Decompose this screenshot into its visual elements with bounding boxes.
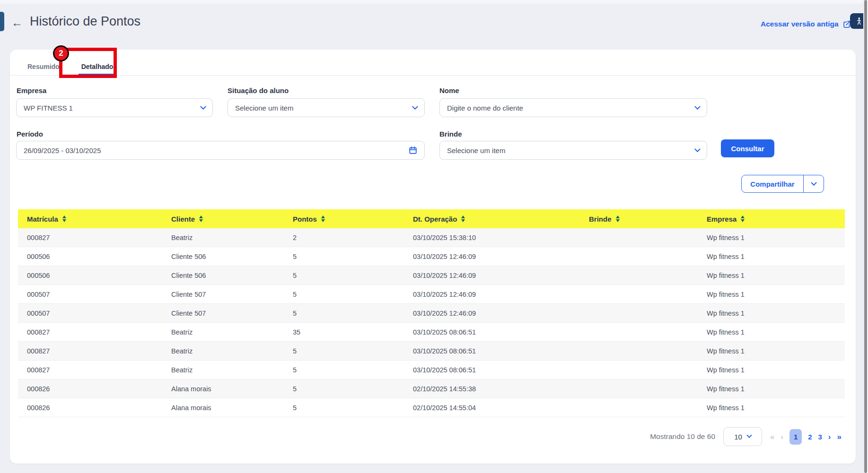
tab-resumido[interactable]: Resumido xyxy=(25,60,62,75)
table-cell: 02/10/2025 14:55:38 xyxy=(404,385,580,393)
table-cell: Cliente 506 xyxy=(162,272,284,279)
situacao-select-placeholder: Selecione um item xyxy=(235,104,293,112)
page-size-value: 10 xyxy=(734,433,742,441)
page-button-1[interactable]: 1 xyxy=(789,429,802,445)
chevron-down-icon xyxy=(694,146,701,152)
table-row: 000506Cliente 506503/10/2025 12:46:09Wp … xyxy=(18,266,845,285)
table-cell: Beatriz xyxy=(162,347,284,355)
brinde-label: Brinde xyxy=(439,130,462,138)
table-cell: 000827 xyxy=(18,347,162,355)
table-row: 000826Alana morais502/10/2025 14:55:38Wp… xyxy=(18,379,845,398)
table-cell: Beatriz xyxy=(162,366,284,374)
page-button-2[interactable]: 2 xyxy=(808,433,812,441)
table-row: 000827Beatriz503/10/2025 08:06:51Wp fitn… xyxy=(18,361,845,379)
column-header-brinde[interactable]: Brinde xyxy=(580,215,698,223)
nome-input[interactable]: Digite o nome do cliente xyxy=(439,98,707,117)
table-cell: 03/10/2025 12:46:09 xyxy=(404,272,580,279)
table-cell: 03/10/2025 08:06:51 xyxy=(404,328,580,336)
empresa-select-value: WP FITNESS 1 xyxy=(24,104,73,112)
pagination-bar: Mostrando 10 de 60 10 « ‹ 1 2 3 › » xyxy=(650,427,842,447)
table-cell: 000507 xyxy=(18,291,162,298)
empresa-select[interactable]: WP FITNESS 1 xyxy=(16,98,213,117)
table-cell: Wp fitness 1 xyxy=(698,328,845,336)
column-header-pontos[interactable]: Pontos xyxy=(284,215,404,223)
table-cell: Wp fitness 1 xyxy=(698,253,845,260)
column-header-empresa[interactable]: Empresa xyxy=(698,215,845,223)
next-page-button[interactable]: › xyxy=(828,433,831,441)
table-cell: 5 xyxy=(284,366,404,374)
table-cell: 02/10/2025 14:55:04 xyxy=(404,404,580,412)
column-label: Matrícula xyxy=(27,215,58,223)
table-cell: Wp fitness 1 xyxy=(698,347,845,355)
last-page-button[interactable]: » xyxy=(837,433,842,441)
pager: « ‹ 1 2 3 › » xyxy=(770,429,842,445)
sort-icon xyxy=(741,215,745,222)
tabs-divider xyxy=(10,75,856,76)
column-header-cliente[interactable]: Cliente xyxy=(162,215,284,223)
back-arrow-icon[interactable]: ← xyxy=(11,17,23,28)
column-header-dt-operacao[interactable]: Dt. Operação xyxy=(404,215,580,223)
content-card: Resumido Detalhado Empresa Situação do a… xyxy=(10,50,856,464)
table-row: 000507Cliente 507503/10/2025 12:46:09Wp … xyxy=(18,304,845,323)
page-button-3[interactable]: 3 xyxy=(818,433,822,441)
table-row: 000507Cliente 507503/10/2025 12:46:09Wp … xyxy=(18,285,845,304)
prev-page-button[interactable]: ‹ xyxy=(781,433,784,441)
table-cell: 03/10/2025 08:06:51 xyxy=(404,366,580,374)
table-cell: Cliente 506 xyxy=(162,253,284,260)
table-cell: Wp fitness 1 xyxy=(698,291,845,298)
table-cell: 000827 xyxy=(18,366,162,374)
column-label: Brinde xyxy=(589,215,612,223)
chevron-down-icon xyxy=(811,180,817,186)
table-cell: 03/10/2025 12:46:09 xyxy=(404,291,580,298)
table-cell: 000507 xyxy=(18,310,162,317)
table-cell: 000826 xyxy=(18,385,162,393)
top-strip xyxy=(0,0,868,4)
table-cell: 03/10/2025 08:06:51 xyxy=(404,347,580,355)
table-cell: 2 xyxy=(284,234,404,241)
column-header-matricula[interactable]: Matrícula xyxy=(18,215,162,223)
compartilhar-dropdown-toggle[interactable] xyxy=(804,175,824,192)
table-cell: Cliente 507 xyxy=(162,291,284,298)
table-cell: 000826 xyxy=(18,404,162,412)
table-cell: 5 xyxy=(284,404,404,412)
compartilhar-button[interactable]: Compartilhar xyxy=(742,175,804,192)
table-body: 000827Beatriz203/10/2025 15:38:10Wp fitn… xyxy=(18,228,845,417)
table-cell: Wp fitness 1 xyxy=(698,272,845,279)
old-version-link[interactable]: Acessar versão antiga xyxy=(761,20,851,28)
sort-icon xyxy=(321,215,325,222)
page-size-select[interactable]: 10 xyxy=(723,427,762,446)
periodo-datepicker[interactable]: 26/09/2025 - 03/10/2025 xyxy=(16,141,425,160)
compartilhar-split-button: Compartilhar xyxy=(741,175,824,193)
empresa-label: Empresa xyxy=(17,86,46,95)
table-row: 000827Beatriz3503/10/2025 08:06:51Wp fit… xyxy=(18,323,845,342)
scrollbar-track[interactable] xyxy=(863,0,868,473)
chevron-down-icon xyxy=(746,433,752,438)
scrollbar-thumb[interactable] xyxy=(864,0,867,473)
chevron-down-icon xyxy=(412,103,418,110)
table-cell: 03/10/2025 15:38:10 xyxy=(404,234,580,241)
table-cell: Alana morais xyxy=(162,404,284,412)
table-cell: Beatriz xyxy=(162,234,284,241)
brinde-select-placeholder: Selecione um item xyxy=(447,146,505,155)
table-cell: 000827 xyxy=(18,328,162,336)
annotation-step-badge: 2 xyxy=(53,45,69,61)
sidebar-collapsed-chip[interactable] xyxy=(0,12,4,31)
tab-detalhado[interactable]: Detalhado xyxy=(79,60,116,75)
table-cell: Wp fitness 1 xyxy=(698,404,845,412)
sort-icon xyxy=(616,215,620,222)
consultar-button[interactable]: Consultar xyxy=(721,139,774,157)
table-cell: 03/10/2025 12:46:09 xyxy=(404,310,580,317)
periodo-value: 26/09/2025 - 03/10/2025 xyxy=(24,146,101,155)
table-cell: Wp fitness 1 xyxy=(698,234,845,241)
table-cell: 5 xyxy=(284,272,404,279)
situacao-label: Situação do aluno xyxy=(228,86,289,95)
table-cell: Cliente 507 xyxy=(162,310,284,317)
table-cell: 000827 xyxy=(18,234,162,241)
column-label: Pontos xyxy=(293,215,317,223)
table-header: Matrícula Cliente Pontos Dt. Operação Br… xyxy=(18,209,845,228)
brinde-select[interactable]: Selecione um item xyxy=(439,141,707,160)
chevron-down-icon xyxy=(694,103,701,110)
situacao-select[interactable]: Selecione um item xyxy=(228,98,425,117)
first-page-button[interactable]: « xyxy=(770,433,774,441)
chevron-down-icon xyxy=(200,103,206,110)
